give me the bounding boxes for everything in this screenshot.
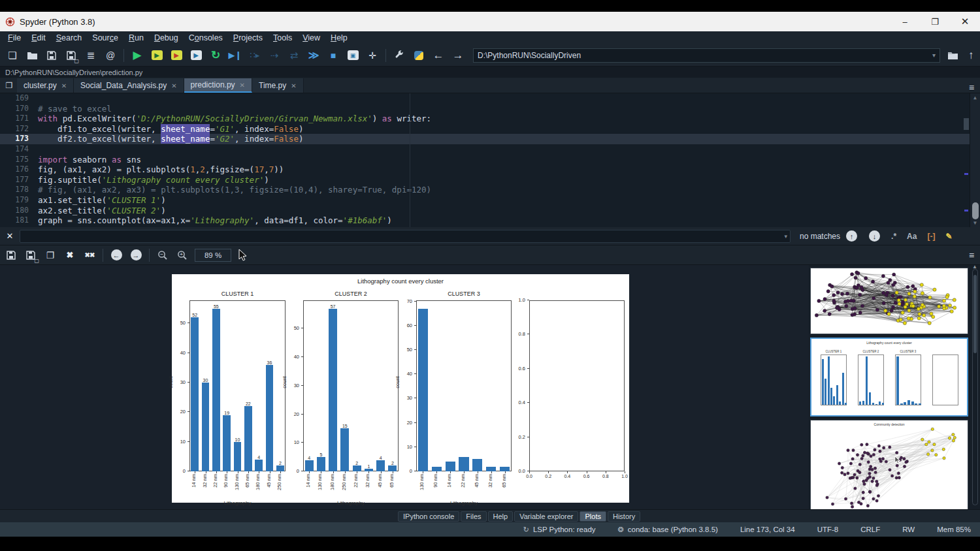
find-history-chevron-icon[interactable]: ▾ (784, 233, 790, 240)
step-into-icon[interactable]: ⇄ (284, 47, 304, 64)
code-line-180[interactable]: 180ax2.set_title('CLUSTER 2') (0, 206, 980, 216)
code-line-179[interactable]: 179ax1.set_title('CLUSTER 1') (0, 195, 980, 206)
fullscreen-icon[interactable]: ✛ (363, 47, 382, 64)
continue-icon[interactable]: ≫ (304, 47, 323, 64)
plots-options-menu-icon[interactable]: ≡ (963, 250, 980, 260)
code-line-174[interactable]: 174 (0, 144, 980, 155)
menu-edit[interactable]: Edit (26, 33, 51, 42)
code-line-172[interactable]: 172 df1.to_excel(writer, sheet_name='G1'… (0, 124, 980, 134)
code-line-181[interactable]: 181graph = sns.countplot(ax=ax1,x='Litho… (0, 215, 980, 226)
maximize-pane-icon[interactable]: ▣ (343, 47, 363, 64)
parent-directory-icon[interactable]: ↑ (964, 47, 979, 64)
menu-source[interactable]: Source (87, 33, 123, 42)
save-all-plots-icon[interactable]: ▢ (21, 247, 41, 264)
forward-icon[interactable]: → (448, 47, 468, 64)
code-line-171[interactable]: 171with pd.ExcelWriter('D:/PythonRUN/Soc… (0, 114, 980, 124)
find-next-button[interactable]: ↓ (869, 230, 880, 242)
menu-file[interactable]: File (3, 33, 26, 42)
menu-run[interactable]: Run (123, 33, 149, 42)
menu-view[interactable]: View (297, 33, 325, 42)
whole-words-toggle-icon[interactable]: [-] (927, 232, 935, 241)
editor-scrollbar[interactable]: ▲ ▼ (970, 93, 980, 227)
debug-file-icon[interactable]: ▶❙ (225, 47, 245, 64)
pane-tab-history[interactable]: History (608, 511, 640, 522)
stop-icon[interactable]: ■ (323, 47, 343, 64)
browse-tabs-icon[interactable]: ❐ (1, 78, 17, 93)
inspect-code-icon[interactable]: @ (101, 47, 120, 64)
code-line-176[interactable]: 176fig, (ax1, ax2) = plt.subplots(1,2,fi… (0, 165, 980, 175)
run-cell-icon[interactable]: ▶ (147, 47, 167, 64)
restore-button[interactable]: ❐ (920, 12, 950, 31)
find-input[interactable] (20, 232, 784, 241)
case-sensitive-toggle-icon[interactable]: Aa (907, 232, 917, 241)
menu-debug[interactable]: Debug (149, 33, 184, 42)
pane-tab-plots[interactable]: Plots (580, 511, 606, 522)
close-tab-icon[interactable]: ✕ (291, 82, 296, 89)
close-tab-icon[interactable]: ✕ (61, 82, 67, 89)
save-all-icon[interactable]: ▢ (61, 47, 81, 64)
chevron-down-icon[interactable]: ▾ (932, 52, 936, 59)
highlight-matches-icon[interactable]: ✎ (945, 232, 952, 241)
code-line-178[interactable]: 178# fig, (ax1, ax2, ax3) = plt.subplots… (0, 185, 980, 195)
save-icon[interactable] (42, 47, 61, 64)
menu-tools[interactable]: Tools (268, 33, 297, 42)
menu-projects[interactable]: Projects (228, 33, 268, 42)
menu-bar: FileEditSearchSourceRunDebugConsolesProj… (0, 31, 980, 44)
python-path-manager-icon[interactable] (409, 47, 429, 64)
editor-options-menu-icon[interactable]: ≡ (963, 82, 980, 93)
open-file-icon[interactable] (22, 47, 42, 64)
pane-tab-ipython-console[interactable]: IPython console (398, 511, 459, 522)
close-tab-icon[interactable]: ✕ (240, 82, 245, 89)
pane-tab-help[interactable]: Help (488, 511, 514, 522)
code-line-175[interactable]: 175import seaborn as sns (0, 155, 980, 165)
remove-all-plots-icon[interactable]: ✖✖ (80, 247, 99, 264)
run-file-icon[interactable]: ▶ (127, 47, 147, 64)
editor-tab-Social_Data_Analysis.py[interactable]: Social_Data_Analysis.py✕ (74, 78, 184, 93)
thumbnail-community-detection[interactable]: Community detection (810, 420, 968, 509)
copy-plot-icon[interactable]: ❐ (41, 247, 60, 264)
editor-tab-prediction.py[interactable]: prediction.py✕ (184, 78, 252, 93)
zoom-in-icon[interactable]: + (172, 247, 192, 264)
browse-directory-icon[interactable] (945, 47, 960, 64)
code-line-170[interactable]: 170# save to excel (0, 104, 980, 114)
code-line-173[interactable]: 173 df2.to_excel(writer, sheet_name='G2'… (0, 134, 980, 144)
pane-tab-variable-explorer[interactable]: Variable explorer (514, 511, 578, 522)
close-tab-icon[interactable]: ✕ (171, 82, 176, 89)
code-editor[interactable]: 169170# save to excel171with pd.ExcelWri… (0, 93, 980, 227)
preferences-icon[interactable] (389, 47, 409, 64)
regex-toggle-icon[interactable]: .* (891, 232, 896, 241)
minimize-button[interactable]: – (890, 12, 920, 31)
next-plot-icon[interactable]: → (126, 247, 146, 264)
editor-tab-Time.py[interactable]: Time.py✕ (252, 78, 304, 93)
thumbnail-lithography-chart[interactable]: Lithography count every clusterCLUSTER 1… (810, 338, 968, 417)
thumbnail-network-graph[interactable] (810, 268, 968, 334)
code-line-169[interactable]: 169 (0, 93, 980, 104)
plot-zoom-level[interactable]: 89 % (195, 249, 231, 262)
window-controls: – ❐ ✕ (890, 12, 980, 31)
back-icon[interactable]: ← (429, 47, 448, 64)
editor-tab-cluster.py[interactable]: cluster.py✕ (17, 78, 74, 93)
menu-help[interactable]: Help (325, 33, 353, 42)
run-cell-advance-icon[interactable]: ▶ (167, 47, 186, 64)
close-button[interactable]: ✕ (950, 12, 980, 31)
file-switcher-icon[interactable]: ≣ (81, 47, 101, 64)
mouse-cursor (238, 249, 247, 261)
menu-consoles[interactable]: Consoles (184, 33, 228, 42)
run-selection-icon[interactable]: ▶ (186, 47, 206, 64)
close-find-icon[interactable]: ✕ (0, 231, 20, 241)
find-previous-button[interactable]: ↑ (846, 230, 857, 242)
zoom-out-icon[interactable]: − (153, 247, 172, 264)
spyder-window: Spyder (Python 3.8) – ❐ ✕ FileEditSearch… (0, 0, 980, 551)
remove-plot-icon[interactable]: ✖ (60, 247, 80, 264)
new-file-icon[interactable]: ❏ (3, 47, 22, 64)
menu-search[interactable]: Search (51, 33, 88, 42)
working-directory-combobox[interactable]: D:\PythonRUN\SociallyDriven ▾ (473, 48, 940, 63)
rerun-cell-icon[interactable]: ↻ (206, 47, 225, 64)
code-line-177[interactable]: 177fig.suptitle('Lithography count every… (0, 175, 980, 185)
debug-cell-icon[interactable]: ∷▸ (245, 47, 265, 64)
previous-plot-icon[interactable]: ← (106, 247, 126, 264)
step-over-icon[interactable]: ⇢ (265, 47, 284, 64)
sidebar-scrollbar[interactable] (972, 269, 978, 505)
pane-tab-files[interactable]: Files (461, 511, 486, 522)
save-plot-icon[interactable] (1, 247, 21, 264)
